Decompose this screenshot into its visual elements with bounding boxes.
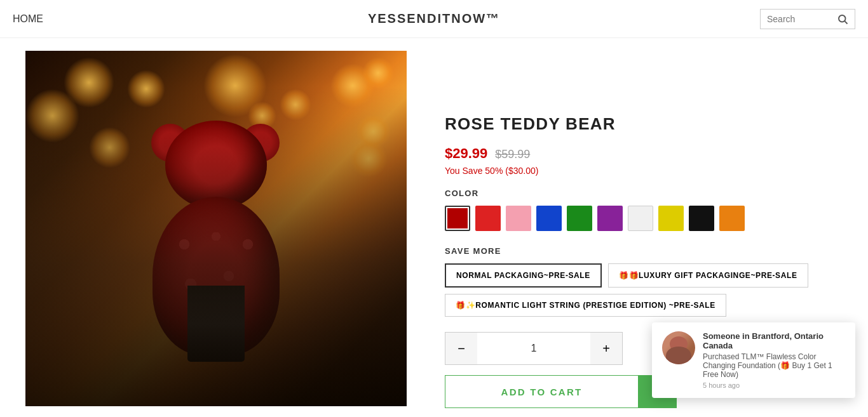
swatch-white[interactable] xyxy=(628,206,653,231)
notification-avatar xyxy=(662,331,695,364)
price-row: $29.99 $59.99 xyxy=(445,145,843,162)
notification-text: Someone in Brantford, Ontario Canada Pur… xyxy=(703,331,845,389)
price-save: You Save 50% ($30.00) xyxy=(445,166,843,176)
quantity-row: − 1 + xyxy=(445,332,623,365)
people-overlay xyxy=(25,51,407,406)
site-logo: YESSENDITNOW™ xyxy=(368,11,500,26)
svg-point-0 xyxy=(839,15,846,22)
quantity-increase-btn[interactable]: + xyxy=(590,333,622,364)
notification-title: Someone in Brantford, Ontario Canada xyxy=(703,331,845,350)
svg-line-1 xyxy=(844,21,847,23)
save-more-label: SAVE MORE xyxy=(445,246,843,256)
pkg-row-2: 🎁✨ROMANTIC LIGHT STRING (PRESTIGE EDITIO… xyxy=(445,294,843,317)
color-swatches xyxy=(445,206,843,231)
swatch-dark-red[interactable] xyxy=(445,206,470,231)
swatch-black[interactable] xyxy=(689,206,714,231)
swatch-purple[interactable] xyxy=(597,206,623,231)
color-label: COLOR xyxy=(445,189,843,198)
price-current: $29.99 xyxy=(445,145,487,162)
pkg-luxury-btn[interactable]: 🎁🎁LUXURY GIFT PACKAGINGE~PRE-SALE xyxy=(608,263,808,288)
notification-body: Purchased TLM™ Flawless Color Changing F… xyxy=(703,352,845,379)
swatch-yellow[interactable] xyxy=(658,206,684,231)
product-title: ROSE TEDDY BEAR xyxy=(445,114,843,134)
swatch-blue[interactable] xyxy=(536,206,562,231)
swatch-green[interactable] xyxy=(567,206,592,231)
notification-time: 5 hours ago xyxy=(703,381,845,389)
price-original: $59.99 xyxy=(495,148,530,161)
search-input[interactable] xyxy=(767,14,837,24)
pkg-normal-btn[interactable]: NORMAL PACKAGING~PRE-SALE xyxy=(445,263,602,288)
home-link[interactable]: HOME xyxy=(13,13,43,24)
packaging-options: NORMAL PACKAGING~PRE-SALE 🎁🎁LUXURY GIFT … xyxy=(445,263,843,317)
swatch-pink[interactable] xyxy=(506,206,531,231)
notification-popup: Someone in Brantford, Ontario Canada Pur… xyxy=(652,322,855,398)
pkg-romantic-btn[interactable]: 🎁✨ROMANTIC LIGHT STRING (PRESTIGE EDITIO… xyxy=(445,294,726,317)
search-icon[interactable] xyxy=(837,13,848,25)
swatch-red[interactable] xyxy=(475,206,501,231)
quantity-value: 1 xyxy=(477,343,590,354)
add-to-cart-btn[interactable]: ADD TO CART xyxy=(445,375,639,408)
swatch-orange[interactable] xyxy=(719,206,745,231)
avatar-image xyxy=(662,331,695,364)
pkg-row-1: NORMAL PACKAGING~PRE-SALE 🎁🎁LUXURY GIFT … xyxy=(445,263,843,288)
quantity-decrease-btn[interactable]: − xyxy=(445,333,477,364)
product-image xyxy=(25,51,407,406)
nav-home[interactable]: HOME xyxy=(13,13,43,25)
search-bar[interactable] xyxy=(760,9,855,29)
header: HOME YESSENDITNOW™ xyxy=(0,0,868,38)
